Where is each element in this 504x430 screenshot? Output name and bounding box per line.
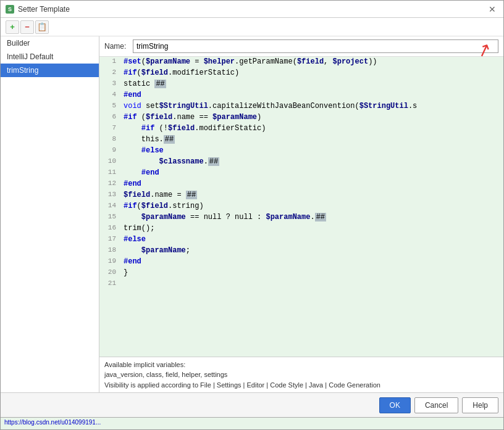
- code-line-11: 11 #end: [99, 168, 503, 179]
- code-line-18: 18 $paramName;: [99, 246, 503, 257]
- template-item-builder[interactable]: Builder: [1, 36, 99, 50]
- code-line-5: 5 void set$StringUtil.capitalizeWithJava…: [99, 101, 503, 112]
- toolbar: + − 📋: [1, 18, 503, 36]
- code-line-14: 14 #if($field.string): [99, 201, 503, 212]
- code-line-15: 15 $paramName == null ? null : $paramNam…: [99, 212, 503, 223]
- template-item-intellij[interactable]: IntelliJ Default: [1, 50, 99, 64]
- help-button[interactable]: Help: [462, 397, 498, 413]
- code-editor[interactable]: 1 #set($paramName = $helper.getParamName…: [99, 57, 503, 357]
- footer-line2: java_version, class, field, helper, sett…: [104, 370, 498, 380]
- template-list: Builder IntelliJ Default trimString: [1, 36, 99, 392]
- remove-template-button[interactable]: −: [20, 20, 34, 34]
- name-label: Name:: [104, 42, 129, 51]
- code-line-21: 21: [99, 279, 503, 290]
- code-line-1: 1 #set($paramName = $helper.getParamName…: [99, 57, 503, 68]
- copy-template-button[interactable]: 📋: [35, 20, 49, 34]
- cancel-button[interactable]: Cancel: [414, 397, 458, 413]
- template-name-input[interactable]: [133, 39, 498, 53]
- ok-button[interactable]: OK: [379, 397, 411, 413]
- code-line-17: 17 #else: [99, 234, 503, 246]
- name-row: Name:: [99, 36, 503, 57]
- dialog-icon: S: [6, 5, 14, 14]
- code-line-7: 7 #if (!$field.modifierStatic): [99, 123, 503, 134]
- right-panel: ↗ Name: 1 #set($paramName = $helper.getP…: [99, 36, 503, 392]
- code-line-19: 19 #end: [99, 257, 503, 268]
- template-item-trimstring[interactable]: trimString: [1, 64, 99, 77]
- bottom-bar: OK Cancel Help: [1, 392, 503, 417]
- close-button[interactable]: ✕: [486, 4, 498, 15]
- code-line-3: 3 static ##: [99, 79, 503, 90]
- add-template-button[interactable]: +: [6, 20, 19, 34]
- code-line-10: 10 $classname.##: [99, 157, 503, 168]
- footer-line1: Available implicit variables:: [104, 360, 498, 370]
- url-bar: https://blog.csdn.net/u014099191...: [1, 417, 503, 429]
- code-line-6: 6 #if ($field.name == $paramName): [99, 112, 503, 123]
- code-line-4: 4 #end: [99, 90, 503, 101]
- code-line-20: 20 }: [99, 268, 503, 279]
- code-line-16: 16 trim();: [99, 223, 503, 234]
- code-line-13: 13 $field.name = ##: [99, 190, 503, 201]
- title-bar-left: S Setter Template: [6, 5, 70, 14]
- dialog-title: Setter Template: [18, 5, 70, 14]
- title-bar: S Setter Template ✕: [1, 1, 503, 18]
- code-line-12: 12 #end: [99, 179, 503, 190]
- code-line-9: 9 #else: [99, 146, 503, 157]
- footer-info: Available implicit variables: java_versi…: [99, 357, 503, 393]
- code-line-2: 2 #if($field.modifierStatic): [99, 68, 503, 79]
- setter-template-dialog: S Setter Template ✕ + − 📋 Builder Intell…: [0, 0, 504, 430]
- main-content: Builder IntelliJ Default trimString ↗ Na…: [1, 36, 503, 392]
- code-lines: 1 #set($paramName = $helper.getParamName…: [99, 57, 503, 357]
- code-line-8: 8 this.##: [99, 134, 503, 146]
- footer-line3: Visibility is applied according to File …: [104, 380, 498, 391]
